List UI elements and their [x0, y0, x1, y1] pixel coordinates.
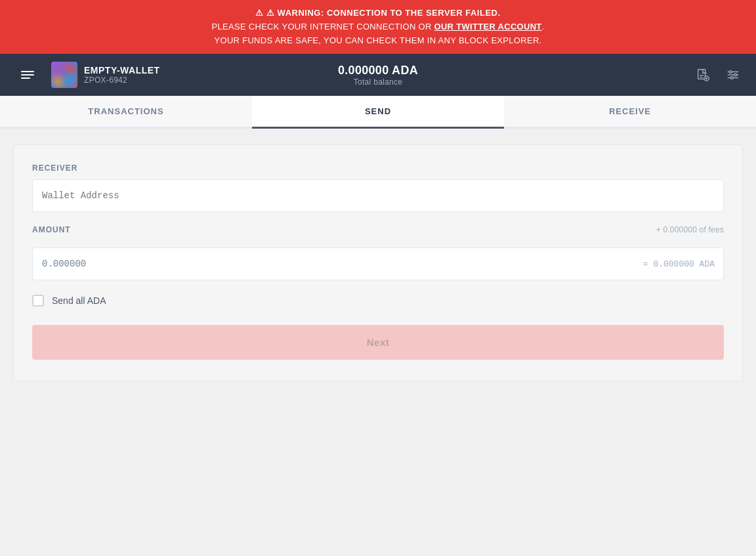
- balance-amount: 0.000000 ADA: [338, 64, 418, 77]
- warning-title-text: ⚠ WARNING: CONNECTION TO THE SERVER FAIL…: [266, 8, 501, 18]
- warning-title: ⚠ ⚠ WARNING: CONNECTION TO THE SERVER FA…: [13, 7, 743, 20]
- send-all-row: Send all ADA: [32, 295, 724, 307]
- menu-icon: [16, 66, 39, 84]
- export-button[interactable]: [690, 62, 715, 87]
- export-icon: [696, 68, 710, 82]
- wallet-name: EMPTY-WALLET: [84, 65, 160, 75]
- next-button[interactable]: Next: [32, 325, 724, 360]
- settings-icon: [726, 68, 740, 82]
- main-content: RECEIVER AMOUNT + 0.000000 of fees = 0.0…: [0, 129, 756, 556]
- svg-point-11: [730, 77, 733, 79]
- twitter-link[interactable]: OUR TWITTER ACCOUNT: [434, 22, 542, 32]
- header: EMPTY-WALLET ZPOX-6942 0.000000 ADA Tota…: [0, 54, 756, 96]
- warning-suffix: .: [542, 22, 545, 32]
- amount-label: AMOUNT: [32, 225, 71, 234]
- svg-point-9: [730, 71, 732, 74]
- svg-point-10: [734, 74, 737, 77]
- receiver-section: RECEIVER: [32, 163, 724, 212]
- send-all-label[interactable]: Send all ADA: [52, 295, 106, 306]
- warning-prefix: PLEASE CHECK YOUR INTERNET CONNECTION OR: [211, 22, 434, 32]
- menu-button[interactable]: [10, 60, 45, 89]
- fees-note: + 0.000000 of fees: [656, 225, 724, 234]
- settings-button[interactable]: [721, 62, 746, 87]
- amount-section: AMOUNT + 0.000000 of fees = 0.000000 ADA: [32, 225, 724, 280]
- wallet-info: EMPTY-WALLET ZPOX-6942: [84, 65, 160, 85]
- amount-header: AMOUNT + 0.000000 of fees: [32, 225, 724, 241]
- wallet-avatar: [51, 62, 77, 88]
- tab-receive[interactable]: RECEIVE: [504, 96, 756, 129]
- tab-transactions[interactable]: TRANSACTIONS: [0, 96, 252, 129]
- amount-input-wrapper: = 0.000000 ADA: [32, 247, 724, 280]
- tab-send[interactable]: SEND: [252, 96, 504, 129]
- warning-icon: ⚠: [255, 8, 264, 18]
- header-center: 0.000000 ADA Total balance: [338, 64, 418, 87]
- warning-line2: PLEASE CHECK YOUR INTERNET CONNECTION OR…: [13, 20, 743, 34]
- balance-label: Total balance: [338, 77, 418, 87]
- receiver-input[interactable]: [32, 179, 724, 212]
- send-all-checkbox[interactable]: [32, 295, 44, 307]
- header-right: [690, 62, 746, 87]
- amount-ada-equiv: = 0.000000 ADA: [643, 259, 715, 269]
- amount-input[interactable]: [32, 247, 724, 280]
- warning-line3: YOUR FUNDS ARE SAFE, YOU CAN CHECK THEM …: [13, 34, 743, 48]
- receiver-label: RECEIVER: [32, 163, 724, 173]
- send-card: RECEIVER AMOUNT + 0.000000 of fees = 0.0…: [13, 144, 743, 381]
- tab-bar: TRANSACTIONS SEND RECEIVE: [0, 96, 756, 129]
- wallet-id: ZPOX-6942: [84, 75, 160, 85]
- wallet-avatar-image: [51, 62, 77, 88]
- warning-banner: ⚠ ⚠ WARNING: CONNECTION TO THE SERVER FA…: [0, 0, 756, 54]
